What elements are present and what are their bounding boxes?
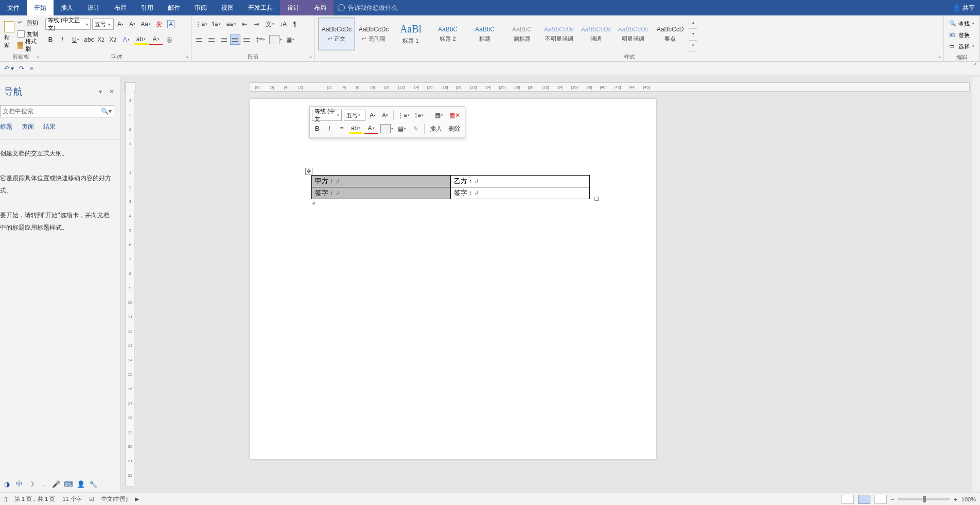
strikethrough-button[interactable]: abc <box>84 34 94 45</box>
table-cell[interactable]: 签字：↲ <box>312 187 451 199</box>
view-web-layout[interactable] <box>874 495 887 504</box>
grow-font-button[interactable]: A▴ <box>115 19 126 29</box>
mini-font-combo[interactable]: 等线 (中文▾ <box>312 110 342 121</box>
show-marks-button[interactable]: ¶ <box>290 19 300 29</box>
italic-button[interactable]: I <box>57 34 67 45</box>
tool-wrench-icon[interactable]: 🔧 <box>89 479 98 489</box>
tab-insert[interactable]: 插入 <box>54 0 80 15</box>
tab-file[interactable]: 文件 <box>0 0 27 15</box>
align-center-button[interactable] <box>206 34 217 45</box>
mini-shading[interactable]: ▾ <box>380 124 393 134</box>
styles-gallery[interactable]: AaBbCcDc↵ 正文AaBbCcDc↵ 无间隔AaBl标题 1AaBbC标题… <box>318 18 689 52</box>
sort-button[interactable]: ↓A <box>278 19 288 29</box>
nav-tab-pages[interactable]: 页面 <box>22 123 34 134</box>
status-page[interactable]: 第 1 页，共 1 页 <box>14 495 55 503</box>
mini-highlight[interactable]: ab▾ <box>349 124 362 134</box>
horizontal-ruler[interactable]: |8||6||4||2||2||4||6||8||10||12||14||16|… <box>250 82 970 92</box>
mini-bold[interactable]: B <box>312 124 322 134</box>
mini-grow-font[interactable]: A▴ <box>367 110 378 120</box>
zoom-out-button[interactable]: − <box>891 496 894 502</box>
tool-moon-icon[interactable]: ☽ <box>27 479 36 489</box>
subscript-button[interactable]: X2 <box>96 34 106 45</box>
zoom-level[interactable]: 100% <box>961 496 976 502</box>
table-row[interactable]: 甲方：↲ 乙方：↲ <box>312 176 590 187</box>
status-proofing-icon[interactable]: ☑ <box>89 496 94 502</box>
view-read-mode[interactable] <box>842 495 854 504</box>
font-color-button[interactable]: A▾ <box>149 34 163 45</box>
numbering-button[interactable]: 1≡▾ <box>209 19 223 29</box>
paste-button[interactable]: 粘贴 <box>3 18 15 52</box>
highlight-button[interactable]: ab▾ <box>134 34 148 45</box>
decrease-indent-button[interactable]: ⇤ <box>239 19 250 29</box>
view-print-layout[interactable] <box>858 495 870 504</box>
table-move-handle[interactable]: ✥ <box>305 168 312 175</box>
tab-references[interactable]: 引用 <box>134 0 161 15</box>
zoom-in-button[interactable]: + <box>954 496 957 502</box>
tab-home[interactable]: 开始 <box>27 0 54 15</box>
mini-align[interactable]: ≡ <box>337 124 347 134</box>
status-language[interactable]: 中文(中国) <box>101 495 128 503</box>
table-cell[interactable]: 甲方：↲ <box>312 176 451 187</box>
status-words[interactable]: 11 个字 <box>62 495 81 503</box>
nav-dropdown[interactable]: ▾ <box>99 88 102 95</box>
mini-italic[interactable]: I <box>324 124 335 134</box>
vertical-scrollbar[interactable] <box>972 77 980 492</box>
tell-me-search[interactable]: 告诉我你想做什么 <box>338 4 397 12</box>
tab-table-design[interactable]: 设计 <box>280 0 307 15</box>
shrink-font-button[interactable]: A▾ <box>127 19 137 29</box>
superscript-button[interactable]: X2 <box>108 34 118 45</box>
mini-size-combo[interactable]: 五号▾ <box>344 110 365 121</box>
asian-layout-button[interactable]: 文▾ <box>263 19 276 29</box>
redo-button[interactable]: ↷ <box>19 65 24 72</box>
multilevel-list-button[interactable]: ≡≡▾ <box>224 19 238 29</box>
clear-format-button[interactable]: A <box>166 19 176 29</box>
table-resize-handle[interactable] <box>594 197 599 201</box>
mini-delete-button[interactable]: 删除 <box>446 124 463 134</box>
style-item-0[interactable]: AaBbCcDc↵ 正文 <box>318 18 355 50</box>
align-right-button[interactable] <box>218 34 229 45</box>
document-page[interactable]: ✥ 甲方：↲ 乙方：↲ 签字：↲ 签字：↲ ↲ <box>250 99 656 459</box>
tool-cn-icon[interactable]: 中 <box>14 479 24 489</box>
mini-table-delete[interactable]: ▦✕ <box>448 110 461 120</box>
tab-developer[interactable]: 开发工具 <box>241 0 280 15</box>
line-spacing-button[interactable]: ‡≡▾ <box>254 34 267 45</box>
styles-gallery-scroll[interactable]: ▴▾≡ <box>689 18 697 52</box>
table-row[interactable]: 签字：↲ 签字：↲ <box>312 187 590 199</box>
style-item-7[interactable]: AaBbCcDc强调 <box>577 18 615 50</box>
undo-button[interactable]: ↶ ▾ <box>4 65 14 72</box>
nav-search-input[interactable] <box>3 108 101 115</box>
vertical-ruler[interactable]: 432112345678910111213141516171819202122 <box>125 82 134 486</box>
mini-numbering[interactable]: 1≡▾ <box>412 110 426 120</box>
tab-design[interactable]: 设计 <box>80 0 107 15</box>
style-item-8[interactable]: AaBbCcDc明显强调 <box>615 18 652 50</box>
mini-shrink-font[interactable]: A▾ <box>380 110 390 120</box>
nav-search-box[interactable]: 🔍▾ <box>0 105 114 117</box>
search-icon[interactable]: 🔍▾ <box>101 108 112 115</box>
replace-button[interactable]: ab替换 <box>949 30 974 40</box>
style-item-2[interactable]: AaBl标题 1 <box>392 18 429 50</box>
underline-button[interactable]: U▾ <box>69 34 82 45</box>
tab-table-layout[interactable]: 布局 <box>307 0 334 15</box>
style-item-6[interactable]: AaBbCcDc不明显强调 <box>540 18 577 50</box>
align-distribute-button[interactable] <box>242 34 252 45</box>
tool-comma-icon[interactable]: ， <box>39 479 48 489</box>
table-cell[interactable]: 签字：↲ <box>451 187 590 199</box>
style-item-4[interactable]: AaBbC标题 <box>466 18 503 50</box>
mini-bullets[interactable]: ⋮≡▾ <box>397 110 410 120</box>
text-effects-button[interactable]: A▾ <box>119 34 133 45</box>
tool-mic-icon[interactable]: 🎤 <box>51 479 61 489</box>
increase-indent-button[interactable]: ⇥ <box>251 19 261 29</box>
phonetic-guide-button[interactable]: 变 <box>154 19 164 29</box>
font-size-combo[interactable]: 五号▾ <box>92 19 114 30</box>
shading-button[interactable]: ▾ <box>269 34 282 45</box>
format-painter-button[interactable]: 格式刷 <box>18 40 39 50</box>
nav-tab-headings[interactable]: 标题 <box>0 123 12 134</box>
find-button[interactable]: 🔍查找▾ <box>949 19 974 29</box>
font-launcher[interactable]: ↘ <box>184 54 190 60</box>
style-item-1[interactable]: AaBbCcDc↵ 无间隔 <box>355 18 392 50</box>
font-name-combo[interactable]: 等线 (中文正文)▾ <box>45 19 91 30</box>
tool-keyboard-icon[interactable]: ⌨ <box>64 479 73 489</box>
style-item-5[interactable]: AaBbC副标题 <box>503 18 540 50</box>
status-macro-icon[interactable]: ▶ <box>135 496 139 502</box>
zoom-slider[interactable] <box>898 498 950 500</box>
